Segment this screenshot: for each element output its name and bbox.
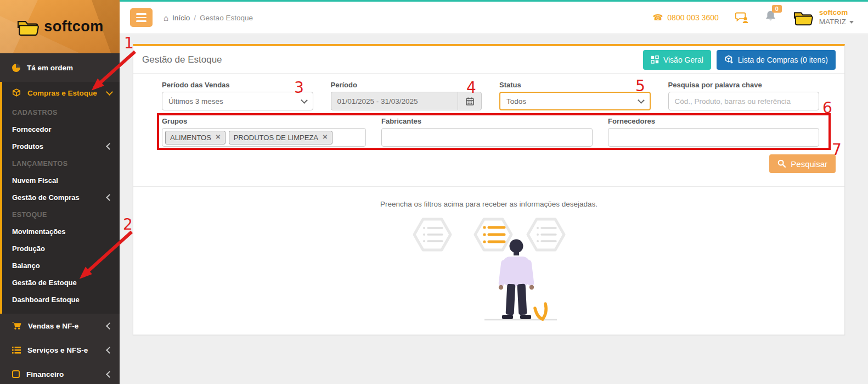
sidebar-section-estoque: ESTOQUE: [2, 206, 120, 223]
search-icon: [777, 159, 786, 168]
sidebar-item-compras-e-estoque[interactable]: Compras e Estoque: [2, 82, 120, 104]
sidebar: softcom Tá em ordem Compras e Estoque CA…: [0, 0, 120, 384]
field-status: Status Todos: [499, 81, 651, 110]
header-actions: Visão Geral Lista de Compras (0 itens): [643, 50, 836, 70]
account-menu[interactable]: softcom MATRIZ: [792, 8, 854, 27]
empty-state: Preencha os filtros acima para receber a…: [133, 186, 844, 327]
group-tag: PRODUTOS DE LIMPEZA: [229, 131, 332, 144]
chevron-left-icon: [106, 194, 113, 201]
chevron-down-icon: [106, 88, 113, 96]
menu-toggle-button[interactable]: [130, 8, 153, 27]
app-root: softcom Tá em ordem Compras e Estoque CA…: [0, 0, 868, 384]
phone-icon: ☎: [653, 13, 663, 23]
period-label: Período: [331, 81, 482, 89]
account-company: softcom: [819, 8, 854, 18]
breadcrumb-home[interactable]: Início: [172, 14, 190, 22]
topbar: ⌂ Início / Gestao Estoque ☎ 0800 003 360…: [120, 0, 868, 34]
caret-down-icon: [849, 21, 854, 24]
breadcrumb: ⌂ Início / Gestao Estoque: [164, 13, 253, 23]
account-labels: softcom MATRIZ: [819, 8, 854, 27]
breadcrumb-separator: /: [194, 14, 196, 22]
chevron-left-icon: [106, 347, 113, 354]
notifications-button[interactable]: 0: [765, 10, 776, 25]
money-icon: [12, 370, 20, 378]
sidebar-section-lancamentos: LANÇAMENTOS: [2, 155, 120, 172]
remove-tag-icon[interactable]: [216, 133, 221, 141]
field-manufacturers: Fabricantes: [381, 117, 593, 147]
group-tag: ALIMENTOS: [165, 131, 226, 144]
sidebar-item-producao[interactable]: Produção: [2, 240, 120, 257]
breadcrumb-current: Gestao Estoque: [200, 14, 253, 22]
stock-management-card: Gestão de Estoque Visão Geral: [133, 44, 845, 335]
sidebar-item-ta-em-ordem[interactable]: Tá em ordem: [0, 58, 120, 77]
chevron-left-icon: [106, 371, 113, 378]
groups-label: Grupos: [162, 117, 366, 125]
sales-period-select[interactable]: Últimos 3 meses: [162, 92, 313, 110]
sales-period-label: Período das Vendas: [162, 81, 313, 89]
sidebar-item-balanco[interactable]: Balanço: [2, 257, 120, 274]
support-phone[interactable]: ☎ 0800 003 3600: [653, 13, 719, 23]
field-period: Período: [331, 81, 482, 110]
sidebar-item-nuvem-fiscal[interactable]: Nuvem Fiscal: [2, 172, 120, 189]
status-label: Status: [499, 81, 651, 89]
main-content: Gestão de Estoque Visão Geral: [120, 34, 868, 384]
filters-actions: Pesquisar: [162, 154, 836, 173]
keyword-label: Pesquisa por palavra chave: [668, 81, 820, 89]
sidebar-item-servicos-e-nfse[interactable]: Serviços e NFS-e: [0, 338, 120, 362]
notification-count-badge: 0: [772, 5, 782, 13]
box-icon: [12, 88, 21, 97]
folder-icon: [792, 9, 814, 26]
pie-chart-icon: [12, 64, 20, 72]
chevron-down-icon: [638, 97, 645, 104]
page-title: Gestão de Estoque: [142, 54, 222, 65]
filters-panel: Período das Vendas Últimos 3 meses Perío…: [133, 74, 844, 173]
calendar-icon: [466, 97, 474, 105]
app-logo[interactable]: softcom: [0, 0, 120, 53]
box-plus-icon: [724, 55, 734, 64]
filters-row-groups: Grupos ALIMENTOS PRODUTOS DE LIMPEZA: [162, 117, 819, 147]
search-button[interactable]: Pesquisar: [769, 154, 836, 173]
sidebar-item-movimentacoes[interactable]: Movimentações: [2, 223, 120, 240]
overview-button[interactable]: Visão Geral: [643, 50, 711, 70]
groups-tag-input[interactable]: ALIMENTOS PRODUTOS DE LIMPEZA: [162, 128, 366, 147]
manufacturers-label: Fabricantes: [381, 117, 593, 125]
empty-state-message: Preencha os filtros acima para receber a…: [133, 200, 844, 208]
remove-tag-icon[interactable]: [323, 133, 328, 141]
cart-icon: [12, 321, 21, 330]
sidebar-item-produtos[interactable]: Produtos: [2, 138, 120, 155]
field-keyword: Pesquisa por palavra chave: [668, 81, 820, 110]
suppliers-input[interactable]: [608, 128, 819, 147]
empty-state-illustration: [413, 215, 572, 325]
chevron-down-icon: [301, 97, 308, 104]
chat-icon[interactable]: [735, 12, 749, 23]
sidebar-item-dashboard-estoque[interactable]: Dashboard Estoque: [2, 291, 120, 308]
keyword-search-input[interactable]: [668, 92, 820, 110]
field-groups: Grupos ALIMENTOS PRODUTOS DE LIMPEZA: [162, 117, 366, 147]
topbar-right: ☎ 0800 003 3600 0: [653, 8, 854, 27]
field-suppliers: Fornecedores: [608, 117, 819, 147]
chevron-left-icon: [106, 143, 113, 150]
status-select[interactable]: Todos: [499, 92, 651, 110]
calendar-button[interactable]: [458, 92, 482, 110]
manufacturers-input[interactable]: [381, 128, 593, 147]
field-sales-period: Período das Vendas Últimos 3 meses: [162, 81, 313, 110]
folder-logo-icon: [16, 17, 40, 37]
home-icon: ⌂: [164, 13, 168, 23]
chevron-left-icon: [106, 322, 113, 330]
logo-wordmark: softcom: [44, 18, 104, 35]
card-header: Gestão de Estoque Visão Geral: [133, 46, 844, 74]
grid-icon: [651, 55, 659, 64]
sidebar-item-financeiro[interactable]: Financeiro: [0, 362, 120, 384]
sidebar-item-gestao-de-estoque[interactable]: Gestão de Estoque: [2, 274, 120, 291]
sidebar-item-vendas-e-nfe[interactable]: Vendas e NF-e: [0, 314, 120, 338]
sidebar-group-compras-estoque: Compras e Estoque CADASTROS Fornecedor P…: [0, 82, 120, 314]
shopping-list-button[interactable]: Lista de Compras (0 itens): [717, 50, 836, 70]
sidebar-section-cadastros: CADASTROS: [2, 104, 120, 121]
sidebar-item-gestao-de-compras[interactable]: Gestão de Compras: [2, 189, 120, 206]
suppliers-label: Fornecedores: [608, 117, 819, 125]
period-input[interactable]: [331, 92, 458, 110]
sidebar-item-fornecedor[interactable]: Fornecedor: [2, 121, 120, 138]
list-icon: [12, 347, 21, 354]
account-branch: MATRIZ: [819, 18, 846, 27]
